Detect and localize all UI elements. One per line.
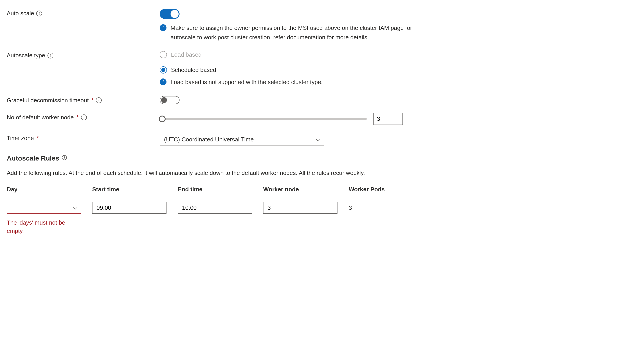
info-icon[interactable]: i (48, 52, 53, 58)
worker-node-input[interactable] (373, 113, 403, 125)
slider-thumb-icon[interactable] (159, 116, 166, 122)
required-mark: * (77, 114, 79, 121)
radio-circle-icon (160, 66, 167, 74)
time-zone-select[interactable]: (UTC) Coordinated Universal Time (160, 134, 324, 146)
auto-scale-note: Make sure to assign the owner permission… (171, 24, 414, 42)
time-zone-label: Time zone (7, 135, 34, 142)
info-icon: i (160, 24, 167, 31)
graceful-decommission-label: Graceful decommission timeout (7, 97, 89, 104)
auto-scale-label: Auto scale (7, 10, 34, 17)
radio-circle-icon (160, 51, 167, 58)
col-header-day: Day (7, 186, 81, 193)
autoscale-rules-heading: Autoscale Rules (7, 154, 59, 162)
radio-scheduled-based[interactable]: Scheduled based (160, 66, 636, 74)
col-header-end: End time (178, 186, 252, 193)
day-select[interactable] (7, 202, 81, 214)
autoscale-rules-table: Day The 'days' must not be empty. Start … (7, 186, 636, 235)
info-icon[interactable]: i (62, 155, 67, 160)
radio-load-label: Load based (171, 51, 202, 58)
radio-load-based: Load based (160, 51, 636, 58)
autoscale-type-label: Autoscale type (7, 52, 45, 59)
required-mark: * (37, 135, 39, 142)
info-icon[interactable]: i (36, 10, 42, 16)
worker-node-slider[interactable] (160, 118, 367, 120)
col-header-node: Worker node (263, 186, 337, 193)
start-time-input[interactable] (92, 202, 167, 214)
end-time-input[interactable] (178, 202, 252, 214)
col-header-pods: Worker Pods (349, 186, 394, 193)
info-icon: i (160, 78, 167, 85)
autoscale-rules-description: Add the following rules. At the end of e… (7, 169, 418, 177)
info-icon[interactable]: i (96, 97, 102, 103)
required-mark: * (91, 97, 94, 104)
autoscale-type-note: Load based is not supported with the sel… (171, 78, 323, 87)
chevron-down-icon (73, 205, 77, 210)
radio-scheduled-label: Scheduled based (171, 66, 216, 74)
info-icon[interactable]: i (81, 114, 87, 120)
graceful-decommission-toggle[interactable] (160, 96, 180, 104)
col-header-start: Start time (92, 186, 167, 193)
chevron-down-icon (316, 137, 320, 142)
time-zone-value: (UTC) Coordinated Universal Time (164, 136, 254, 143)
auto-scale-toggle[interactable] (160, 9, 180, 19)
worker-node-rule-input[interactable] (263, 202, 337, 214)
default-worker-node-label: No of default worker node (7, 114, 74, 121)
worker-pods-value: 3 (349, 202, 394, 214)
day-error-message: The 'days' must not be empty. (7, 218, 77, 235)
